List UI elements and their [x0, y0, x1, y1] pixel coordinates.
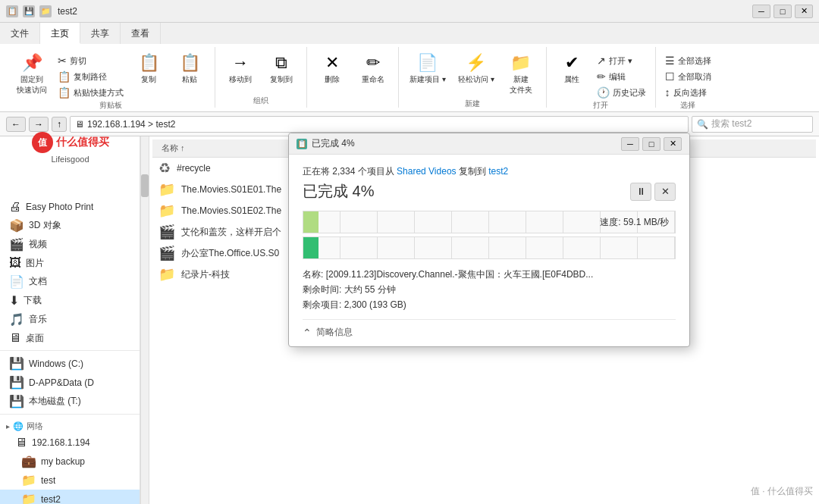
invert-selection-icon: ↕ — [665, 86, 670, 99]
search-box[interactable]: 🔍 搜索 test2 — [692, 116, 813, 133]
dest-link[interactable]: test2 — [488, 166, 508, 177]
dialog-title-bar: 📋 已完成 4% ─ □ ✕ — [289, 133, 689, 155]
folder-movies1-icon: 📁 — [158, 181, 175, 198]
network-icon: 🌐 — [13, 421, 24, 431]
new-item-button[interactable]: 📄 新建项目 ▾ — [405, 50, 450, 88]
open-button[interactable]: ↗ 打开 ▾ — [594, 53, 649, 68]
dialog-progress-controls: ⏸ ✕ — [630, 183, 676, 201]
sidebar-item-documents[interactable]: 📄 文档 — [0, 272, 140, 291]
dialog-title: 📋 已完成 4% — [297, 137, 355, 150]
sidebar-label-nas: 192.168.1.194 — [32, 437, 90, 448]
forward-button[interactable]: → — [29, 117, 49, 132]
organize-label: 组织 — [253, 95, 268, 108]
tab-view[interactable]: 查看 — [121, 23, 161, 44]
sidebar-item-nas[interactable]: 🖥 192.168.1.194 — [0, 434, 140, 452]
sidebar-item-test[interactable]: 📁 test — [0, 471, 140, 490]
c-drive-icon: 💾 — [9, 356, 24, 371]
copy-path-button[interactable]: 📋 复制路径 — [55, 69, 127, 84]
select-all-icon: ☰ — [665, 55, 675, 67]
sidebar-item-desktop[interactable]: 🖥 桌面 — [0, 329, 140, 347]
sidebar-item-test2[interactable]: 📁 test2 — [0, 490, 140, 504]
paste-button[interactable]: 📋 粘贴 — [171, 50, 209, 88]
documents-icon: 📄 — [9, 274, 24, 289]
ribbon-group-properties-items: ✔ 属性 ↗ 打开 ▾ ✏ 编辑 🕐 历史记录 — [553, 47, 649, 100]
easy-access-button[interactable]: ⚡ 轻松访问 ▾ — [453, 50, 499, 88]
pause-button[interactable]: ⏸ — [630, 183, 651, 201]
invert-selection-button[interactable]: ↕ 反向选择 — [662, 85, 714, 100]
sidebar-scrollbar[interactable] — [140, 136, 149, 504]
sidebar-item-3d[interactable]: 📦 3D 对象 — [0, 216, 140, 235]
minimize-button[interactable]: ─ — [752, 5, 770, 18]
cut-button[interactable]: ✂ 剪切 — [55, 53, 127, 68]
dialog-close-button[interactable]: ✕ — [664, 137, 682, 151]
source-link[interactable]: Shared Videos — [397, 166, 457, 177]
sidebar-item-video[interactable]: 🎬 视频 — [0, 235, 140, 254]
cancel-copy-button[interactable]: ✕ — [654, 183, 676, 201]
ribbon-group-organize: → 移动到 ⧉ 复制到 组织 — [215, 47, 307, 108]
network-label: 网络 — [27, 421, 43, 432]
downloads-icon: ⬇ — [9, 293, 19, 308]
maximize-button[interactable]: □ — [774, 5, 792, 18]
edit-button[interactable]: ✏ 编辑 — [594, 69, 649, 84]
tab-file[interactable]: 文件 — [0, 23, 40, 44]
tab-share[interactable]: 共享 — [80, 23, 121, 44]
properties-button[interactable]: ✔ 属性 — [553, 50, 591, 88]
time-left-line: 剩余时间: 大约 55 分钟 — [303, 283, 676, 296]
move-to-button[interactable]: → 移动到 — [221, 50, 259, 88]
history-icon: 🕐 — [597, 86, 610, 99]
sidebar-item-mybackup[interactable]: 💼 my backup — [0, 452, 140, 471]
ribbon-tabs: 文件 主页 共享 查看 — [0, 23, 819, 44]
copy-button[interactable]: 📋 复制 — [130, 50, 168, 88]
sidebar-label-test: test — [41, 475, 55, 486]
sidebar-item-pictures[interactable]: 🖼 图片 — [0, 254, 140, 272]
sidebar-scrollbar-thumb[interactable] — [141, 174, 149, 197]
select-all-button[interactable]: ☰ 全部选择 — [662, 53, 714, 68]
ribbon-group-delete-items: ✕ 删除 ✏ 重命名 — [313, 47, 392, 106]
back-button[interactable]: ← — [6, 117, 26, 132]
sidebar-label-print: Easy Photo Print — [26, 202, 93, 212]
sidebar-item-t-drive[interactable]: 💾 本地磁盘 (T:) — [0, 392, 140, 411]
deselect-all-button[interactable]: ☐ 全部取消 — [662, 69, 714, 84]
dialog-maximize-button[interactable]: □ — [642, 137, 661, 151]
dialog-footer[interactable]: ⌃ 简略信息 — [303, 319, 676, 339]
nas-icon: 🖥 — [15, 436, 27, 449]
dialog-minimize-button[interactable]: ─ — [621, 137, 639, 151]
window-title: test2 — [58, 6, 77, 17]
dialog-title-text: 已完成 4% — [312, 137, 355, 150]
t-drive-icon: 💾 — [9, 394, 24, 409]
close-button[interactable]: ✕ — [795, 5, 813, 18]
tab-home[interactable]: 主页 — [40, 23, 80, 44]
search-icon: 🔍 — [697, 119, 708, 130]
ribbon-group-clipboard: 📌 固定到快速访问 ✂ 剪切 📋 复制路径 📋 粘贴快捷方式 📋 — [6, 47, 215, 108]
copy-to-button[interactable]: ⧉ 复制到 — [262, 50, 300, 88]
rename-button[interactable]: ✏ 重命名 — [354, 50, 392, 88]
progress-fill-1 — [303, 211, 318, 233]
pin-icon: 📌 — [22, 53, 42, 73]
sidebar-label-test2: test2 — [41, 494, 61, 505]
paste-shortcut-button[interactable]: 📋 粘贴快捷方式 — [55, 85, 127, 100]
sidebar-item-downloads[interactable]: ⬇ 下载 — [0, 291, 140, 310]
sidebar-item-c-drive[interactable]: 💾 Windows (C:) — [0, 354, 140, 373]
up-button[interactable]: ↑ — [52, 117, 67, 132]
edit-icon: ✏ — [597, 70, 606, 83]
delete-icon: ✕ — [325, 53, 339, 73]
dialog-subtitle: 正在将 2,334 个项目从 Shared Videos 复制到 test2 — [303, 165, 676, 178]
sidebar-label-d-drive: D-APP&Data (D — [29, 377, 94, 388]
history-button[interactable]: 🕐 历史记录 — [594, 85, 649, 100]
dialog-body: 正在将 2,334 个项目从 Shared Videos 复制到 test2 已… — [289, 155, 689, 346]
recycle-icon: ♻ — [158, 160, 171, 177]
pin-button[interactable]: 📌 固定到快速访问 — [12, 50, 52, 99]
pictures-icon: 🖼 — [9, 256, 21, 270]
sidebar-section-network[interactable]: ▸ 🌐 网络 — [0, 418, 140, 434]
sidebar-item-d-drive[interactable]: 💾 D-APP&Data (D — [0, 373, 140, 392]
sidebar-item-music[interactable]: 🎵 音乐 — [0, 310, 140, 329]
delete-button[interactable]: ✕ 删除 — [313, 50, 351, 88]
new-folder-button[interactable]: 📁 新建文件夹 — [502, 50, 540, 99]
new-label: 新建 — [465, 99, 480, 111]
address-box[interactable]: 🖥 192.168.1.194 > test2 — [70, 116, 689, 133]
ribbon-group-organize-items: → 移动到 ⧉ 复制到 — [221, 47, 300, 95]
sidebar-item-print[interactable]: 🖨 Easy Photo Print — [0, 139, 140, 216]
deselect-all-icon: ☐ — [665, 70, 675, 83]
test-folder-icon: 📁 — [21, 473, 36, 487]
progress-speed: 速度: 59.1 MB/秒 — [600, 216, 669, 229]
